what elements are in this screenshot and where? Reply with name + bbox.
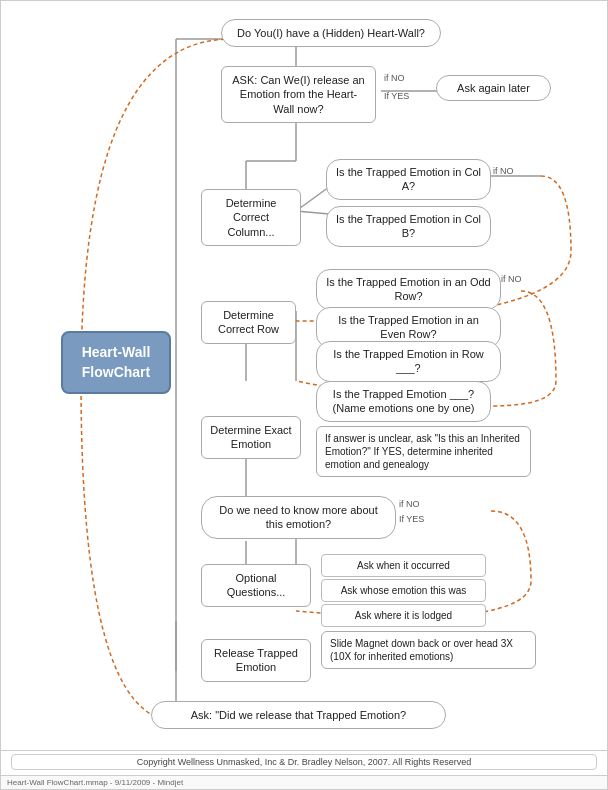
- col-q2-label: Is the Trapped Emotion in Col B?: [336, 213, 481, 239]
- if-no-2-label: if NO: [493, 166, 514, 176]
- opt-q1-label: Ask when it occurred: [357, 560, 450, 571]
- main-title-label: Heart-Wall FlowChart: [82, 344, 151, 380]
- if-no-1-label: if NO: [384, 73, 405, 83]
- release-note-node: Slide Magnet down back or over head 3X (…: [321, 631, 536, 669]
- if-no-4-text: if NO: [399, 499, 420, 509]
- q1-label: Do You(I) have a (Hidden) Heart-Wall?: [237, 27, 425, 39]
- em-q1-node: Is the Trapped Emotion ___? (Name emotio…: [316, 381, 491, 422]
- file-info-text: Heart-Wall FlowChart.mmap - 9/11/2009 - …: [7, 778, 183, 787]
- row-q1-label: Is the Trapped Emotion in an Odd Row?: [326, 276, 491, 302]
- col-q2-node: Is the Trapped Emotion in Col B?: [326, 206, 491, 247]
- row-q1-node: Is the Trapped Emotion in an Odd Row?: [316, 269, 501, 310]
- det-row-label: Determine Correct Row: [218, 309, 279, 335]
- row-q3-label: Is the Trapped Emotion in Row ___?: [333, 348, 483, 374]
- em-q2-label: If answer is unclear, ask "Is this an In…: [325, 433, 520, 470]
- copyright-text: Copyright Wellness Unmasked, Inc & Dr. B…: [137, 757, 472, 767]
- if-yes-1-text: If YES: [384, 91, 409, 101]
- em-q2-node: If answer is unclear, ask "Is this an In…: [316, 426, 531, 477]
- release-label: Release Trapped Emotion: [214, 647, 298, 673]
- if-no-3-label: if NO: [501, 274, 522, 284]
- footer: Copyright Wellness Unmasked, Inc & Dr. B…: [1, 750, 607, 773]
- row-q2-label: Is the Trapped Emotion in an Even Row?: [338, 314, 479, 340]
- det-row-node: Determine Correct Row: [201, 301, 296, 344]
- if-yes-4-label: If YES: [399, 514, 424, 524]
- opt-q2-node: Ask whose emotion this was: [321, 579, 486, 602]
- if-no-2-text: if NO: [493, 166, 514, 176]
- opt-q3-label: Ask where it is lodged: [355, 610, 452, 621]
- opt-q1-node: Ask when it occurred: [321, 554, 486, 577]
- row-q3-node: Is the Trapped Emotion in Row ___?: [316, 341, 501, 382]
- if-yes-4-text: If YES: [399, 514, 424, 524]
- opt-label: Optional Questions...: [227, 572, 286, 598]
- if-no-1-text: if NO: [384, 73, 405, 83]
- opt-q2-label: Ask whose emotion this was: [341, 585, 467, 596]
- page-wrapper: Heart-Wall FlowChart Do You(I) have a (H…: [0, 0, 608, 790]
- col-q1-label: Is the Trapped Emotion in Col A?: [336, 166, 481, 192]
- final-q-node: Ask: "Did we release that Trapped Emotio…: [151, 701, 446, 729]
- det-em-label: Determine Exact Emotion: [210, 424, 291, 450]
- q1-node: Do You(I) have a (Hidden) Heart-Wall?: [221, 19, 441, 47]
- opt-q3-node: Ask where it is lodged: [321, 604, 486, 627]
- release-node: Release Trapped Emotion: [201, 639, 311, 682]
- file-info: Heart-Wall FlowChart.mmap - 9/11/2009 - …: [1, 775, 607, 789]
- det-em-node: Determine Exact Emotion: [201, 416, 301, 459]
- ask-again-label: Ask again later: [457, 82, 530, 94]
- more-q-node: Do we need to know more about this emoti…: [201, 496, 396, 539]
- more-q-label: Do we need to know more about this emoti…: [219, 504, 377, 530]
- ask-again-node: Ask again later: [436, 75, 551, 101]
- det-col-node: Determine Correct Column...: [201, 189, 301, 246]
- col-q1-node: Is the Trapped Emotion in Col A?: [326, 159, 491, 200]
- q2-label: ASK: Can We(I) release an Emotion from t…: [232, 74, 364, 115]
- if-no-4-label: if NO: [399, 499, 420, 509]
- opt-node: Optional Questions...: [201, 564, 311, 607]
- if-yes-1-label: If YES: [384, 91, 409, 101]
- main-content: Heart-Wall FlowChart Do You(I) have a (H…: [1, 1, 607, 761]
- release-note-label: Slide Magnet down back or over head 3X (…: [330, 638, 513, 662]
- final-q-label: Ask: "Did we release that Trapped Emotio…: [191, 709, 406, 721]
- det-col-label: Determine Correct Column...: [226, 197, 277, 238]
- em-q1-label: Is the Trapped Emotion ___? (Name emotio…: [333, 388, 475, 414]
- if-no-3-text: if NO: [501, 274, 522, 284]
- q2-node: ASK: Can We(I) release an Emotion from t…: [221, 66, 376, 123]
- main-title-node: Heart-Wall FlowChart: [61, 331, 171, 394]
